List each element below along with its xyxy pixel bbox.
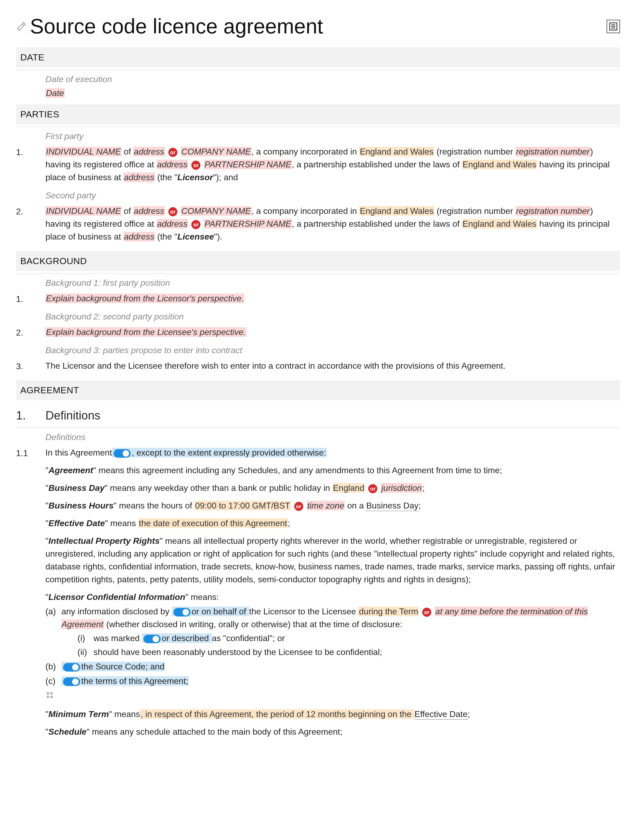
bh-opt2[interactable]: time zone bbox=[307, 501, 345, 510]
term-business-day: Business Day bbox=[48, 483, 104, 493]
p1-partnership-name[interactable]: PARTNERSHIP NAME bbox=[204, 159, 292, 169]
lci-a-pre: any information disclosed by bbox=[61, 606, 172, 616]
def-agreement: "Agreement" means this agreement includi… bbox=[46, 464, 620, 477]
toc-icon[interactable] bbox=[607, 20, 620, 33]
mt-post: ; bbox=[468, 709, 470, 719]
add-item-icon[interactable] bbox=[46, 690, 54, 699]
p2-reg-open: (registration number bbox=[434, 206, 515, 216]
def-lci: "Licensor Confidential Information" mean… bbox=[46, 591, 620, 703]
p1-role: Licensor bbox=[178, 172, 213, 182]
p2-company-name[interactable]: COMPANY NAME bbox=[181, 206, 251, 216]
def-ipr: "Intellectual Property Rights" means all… bbox=[46, 534, 620, 586]
or-badge[interactable]: or bbox=[191, 161, 200, 170]
mt-orange[interactable]: , in respect of this Agreement, the peri… bbox=[140, 709, 414, 719]
bg3-note: Background 3: parties propose to enter i… bbox=[46, 342, 620, 358]
p2-role-open: (the " bbox=[155, 232, 178, 242]
bd-opt2[interactable]: jurisdiction bbox=[381, 483, 422, 493]
p2-address-3[interactable]: address bbox=[123, 232, 155, 242]
document-title: Source code licence agreement bbox=[30, 11, 323, 42]
lci-ai-blue[interactable]: or described bbox=[142, 633, 212, 643]
bg1-note: Background 1: first party position bbox=[46, 274, 620, 291]
lci-c-label: (c) bbox=[46, 674, 61, 687]
term-schedule: Schedule bbox=[48, 727, 86, 737]
clause-1-1-num: 1.1 bbox=[16, 446, 46, 741]
toggle-icon[interactable] bbox=[173, 608, 190, 616]
or-badge[interactable]: or bbox=[368, 484, 377, 493]
or-badge[interactable]: or bbox=[294, 502, 303, 511]
or-badge[interactable]: or bbox=[422, 608, 431, 617]
p2-partnership-name[interactable]: PARTNERSHIP NAME bbox=[204, 219, 292, 229]
p1-address-1[interactable]: address bbox=[133, 147, 165, 156]
bh-opt1[interactable]: 09:00 to 17:00 GMT/BST bbox=[195, 501, 291, 510]
or-badge[interactable]: or bbox=[191, 220, 200, 229]
toggle-icon[interactable] bbox=[63, 663, 80, 671]
p1-role-close: "); and bbox=[213, 172, 238, 182]
toggle-icon[interactable] bbox=[113, 449, 131, 458]
mt-ed-link[interactable]: Effective Date bbox=[414, 709, 468, 720]
p1-jurisdiction-1[interactable]: England and Wales bbox=[359, 147, 434, 156]
lci-a-blue1-text: or on behalf of bbox=[192, 606, 249, 616]
clause-1-num: 1. bbox=[16, 407, 46, 424]
p1-address-2[interactable]: address bbox=[157, 159, 188, 169]
p1-individual-name[interactable]: INDIVIDUAL NAME bbox=[46, 147, 121, 156]
p1-address-3[interactable]: address bbox=[123, 172, 155, 182]
p1-of: of bbox=[121, 147, 133, 156]
second-party-note: Second party bbox=[46, 187, 620, 203]
p2-role: Licensee bbox=[178, 232, 214, 242]
lci-c-blue[interactable]: the terms of this Agreement; bbox=[61, 676, 189, 686]
agreement-heading: AGREEMENT bbox=[16, 380, 620, 400]
toggle-icon[interactable] bbox=[143, 635, 161, 643]
lci-a-body: any information disclosed by or on behal… bbox=[61, 605, 620, 658]
or-badge[interactable]: or bbox=[168, 148, 178, 157]
date-placeholder[interactable]: Date bbox=[46, 88, 65, 98]
p1-role-open: (the " bbox=[155, 172, 178, 182]
bh-post: ; bbox=[419, 501, 421, 510]
p2-partnership-text: , a partnership established under the la… bbox=[292, 219, 462, 229]
lci-a-blue1[interactable]: or on behalf of bbox=[172, 606, 249, 616]
p2-address-1[interactable]: address bbox=[133, 206, 165, 216]
bg1-text[interactable]: Explain background from the Licensor's p… bbox=[46, 294, 244, 303]
bd-post: ; bbox=[422, 483, 425, 493]
svg-point-5 bbox=[50, 692, 53, 695]
bh-bd-link[interactable]: Business Day bbox=[366, 501, 419, 511]
party-1-body: INDIVIDUAL NAME of address or COMPANY NA… bbox=[46, 145, 620, 187]
p2-address-2[interactable]: address bbox=[157, 219, 188, 229]
edit-icon[interactable] bbox=[16, 21, 27, 32]
p2-jurisdiction-2[interactable]: England and Wales bbox=[462, 219, 537, 229]
svg-point-4 bbox=[47, 692, 49, 695]
p2-regnum[interactable]: registration number bbox=[515, 206, 590, 216]
bg2-text[interactable]: Explain background from the Licensee's p… bbox=[46, 327, 246, 337]
bg2-num: 2. bbox=[16, 325, 46, 342]
or-badge[interactable]: or bbox=[168, 207, 178, 216]
party-1-number: 1. bbox=[16, 145, 46, 187]
p2-role-close: "). bbox=[214, 232, 222, 242]
clause-1-title: Definitions bbox=[46, 407, 620, 424]
p1-inc: , a company incorporated in bbox=[252, 147, 359, 156]
lci-a-i-body: was marked or described as "confidential… bbox=[93, 632, 620, 644]
lci-ai-post: as "confidential"; or bbox=[212, 633, 285, 643]
term-effective-date: Effective Date bbox=[48, 518, 105, 528]
lci-a-mid: the Licensor to the Licensee bbox=[249, 606, 358, 616]
p1-jurisdiction-2[interactable]: England and Wales bbox=[462, 159, 537, 169]
p2-individual-name[interactable]: INDIVIDUAL NAME bbox=[46, 206, 121, 216]
bd-opt1[interactable]: England bbox=[332, 483, 365, 493]
svg-point-7 bbox=[50, 695, 53, 698]
lci-b-blue[interactable]: the Source Code; and bbox=[61, 662, 165, 671]
schedule-body: " means any schedule attached to the mai… bbox=[87, 727, 343, 737]
def-business-day: "Business Day" means any weekday other t… bbox=[46, 482, 620, 494]
p2-inc: , a company incorporated in bbox=[252, 206, 359, 216]
p1-company-name[interactable]: COMPANY NAME bbox=[181, 147, 251, 156]
p1-regnum[interactable]: registration number bbox=[515, 147, 590, 156]
ed-post: ; bbox=[288, 518, 290, 528]
ed-opt1[interactable]: the date of execution of this Agreement bbox=[139, 518, 288, 528]
p1-reg-open: (registration number bbox=[434, 147, 515, 156]
ed-pre: " means bbox=[105, 518, 138, 528]
p2-jurisdiction-1[interactable]: England and Wales bbox=[359, 206, 434, 216]
date-heading: DATE bbox=[16, 47, 620, 67]
term-ipr: Intellectual Property Rights bbox=[48, 536, 159, 546]
c11-intro-blue[interactable]: , except to the extent expressly provide… bbox=[112, 448, 327, 458]
def-business-hours: "Business Hours" means the hours of 09:0… bbox=[46, 499, 620, 512]
toggle-icon[interactable] bbox=[63, 677, 80, 686]
lci-a-orange1[interactable]: during the Term bbox=[358, 606, 419, 616]
definitions-note: Definitions bbox=[46, 429, 620, 445]
